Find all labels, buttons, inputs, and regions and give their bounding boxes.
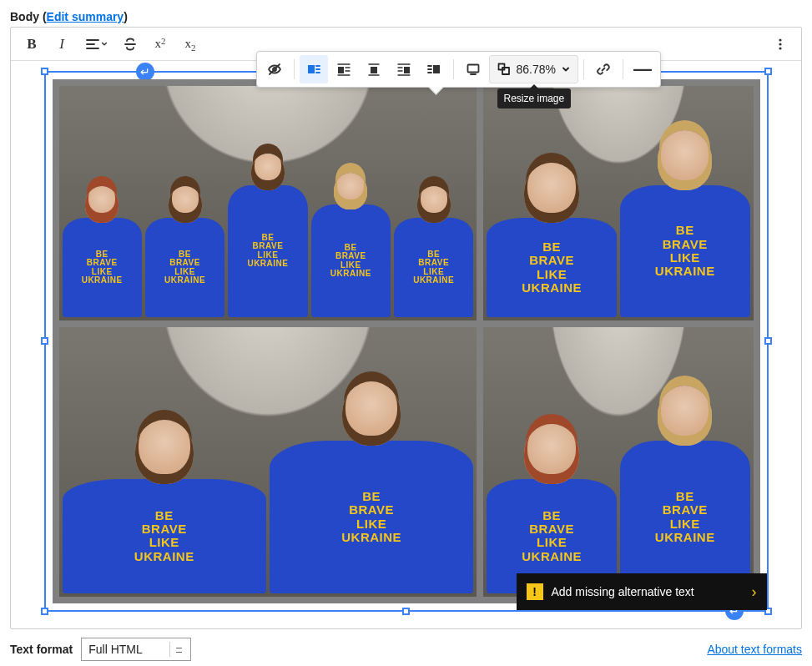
chevron-down-icon: [101, 37, 108, 52]
strikethrough-button[interactable]: [116, 30, 144, 58]
about-text-formats-link[interactable]: About text formats: [707, 643, 802, 656]
bold-button[interactable]: B: [18, 30, 46, 58]
resize-value: 86.78%: [517, 63, 556, 76]
italic-button[interactable]: I: [48, 30, 76, 58]
kebab-icon: [773, 37, 788, 52]
image-inline-left-icon: [336, 62, 351, 77]
edit-summary-link[interactable]: Edit summary: [47, 10, 124, 23]
text-format-select[interactable]: Full HTML: [81, 638, 191, 661]
image-center-icon: [366, 62, 381, 77]
chevron-right-icon: ›: [752, 583, 757, 601]
align-inline-right-button[interactable]: [390, 55, 418, 83]
resize-dropdown[interactable]: 86.78%: [489, 55, 578, 83]
svg-point-1: [779, 43, 781, 45]
chevron-down-icon: [561, 64, 571, 74]
selected-image-widget[interactable]: 86.78% — Resize image ↵ ↵: [44, 71, 769, 612]
strikethrough-icon: [123, 37, 138, 52]
image-inline-right-icon: [396, 62, 411, 77]
alt-text-banner[interactable]: ! Add missing alternative text ›: [517, 573, 767, 610]
remove-format-button[interactable]: —: [628, 55, 657, 83]
photo-group-five: BEBRAVELIKEUKRAINE BEBRAVELIKEUKRAINE BE…: [59, 86, 477, 320]
svg-rect-9: [467, 65, 478, 73]
editor-frame: B I x2 x2: [10, 27, 802, 629]
align-block-left-button[interactable]: [300, 55, 328, 83]
svg-rect-5: [338, 67, 344, 73]
resize-handle[interactable]: [41, 337, 48, 345]
superscript-button[interactable]: x2: [146, 30, 174, 58]
photo-pair-a: BEBRAVELIKEUKRAINE BEBRAVELIKEUKRAINE: [483, 86, 753, 320]
text-format-row: Text format Full HTML About text formats: [10, 638, 802, 661]
svg-rect-4: [308, 65, 315, 73]
svg-point-2: [779, 47, 781, 49]
align-block-right-button[interactable]: [420, 55, 448, 83]
monitor-icon: [466, 62, 481, 77]
align-center-button[interactable]: [360, 55, 388, 83]
resize-handle[interactable]: [41, 68, 48, 75]
photo-pair-c: BEBRAVELIKEUKRAINE BEBRAVELIKEUKRAINE: [483, 327, 753, 597]
svg-rect-8: [433, 65, 440, 73]
resize-original-button[interactable]: [459, 55, 487, 83]
svg-rect-10: [498, 64, 504, 70]
image-block-right-icon: [426, 62, 441, 77]
paragraph-insert-top[interactable]: ↵: [136, 63, 154, 81]
subscript-button[interactable]: x2: [176, 30, 204, 58]
resize-handle[interactable]: [764, 68, 772, 75]
body-label: Body: [10, 10, 39, 23]
text-format-label: Text format: [10, 643, 73, 656]
align-left-icon: [84, 37, 99, 52]
link-icon: [596, 62, 611, 77]
resize-handle[interactable]: [764, 337, 772, 345]
resize-handle[interactable]: [41, 608, 48, 615]
svg-point-3: [273, 68, 276, 71]
svg-rect-6: [371, 67, 377, 73]
svg-rect-11: [502, 68, 509, 74]
eye-off-icon: [267, 62, 282, 77]
more-button[interactable]: [766, 30, 794, 58]
image-collage: BEBRAVELIKEUKRAINE BEBRAVELIKEUKRAINE BE…: [53, 79, 760, 603]
resize-icon: [497, 62, 512, 77]
photo-pair-b: BEBRAVELIKEUKRAINE BEBRAVELIKEUKRAINE: [59, 327, 477, 597]
image-block-left-icon: [306, 62, 321, 77]
align-dropdown[interactable]: [78, 30, 114, 58]
image-balloon-toolbar: 86.78% — Resize image: [256, 51, 661, 88]
resize-tooltip: Resize image: [497, 88, 572, 108]
alt-banner-text: Add missing alternative text: [552, 585, 694, 598]
warning-icon: !: [527, 583, 543, 600]
editor-body[interactable]: 86.78% — Resize image ↵ ↵: [11, 61, 801, 628]
resize-handle[interactable]: [402, 608, 410, 615]
field-label: Body (Edit summary): [10, 10, 802, 23]
link-image-button[interactable]: [589, 55, 618, 83]
align-inline-left-button[interactable]: [330, 55, 358, 83]
svg-rect-7: [404, 67, 410, 73]
svg-point-0: [779, 38, 781, 41]
toggle-caption-button[interactable]: [260, 55, 289, 83]
